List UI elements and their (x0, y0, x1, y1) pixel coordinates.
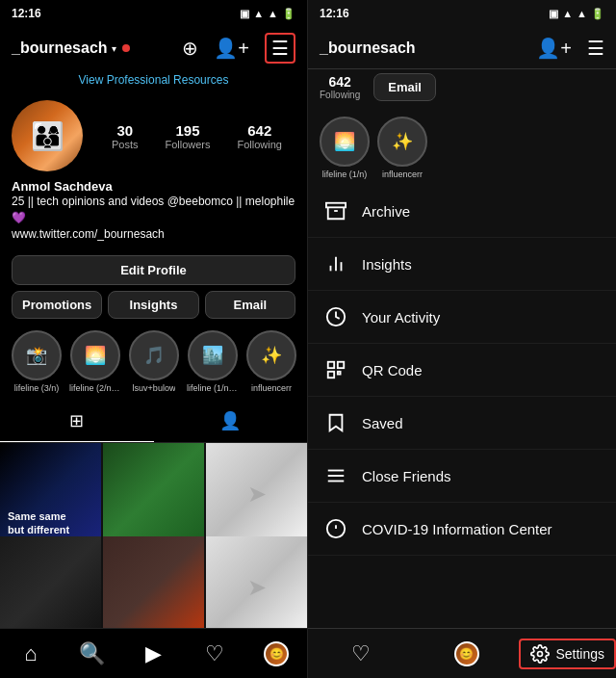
menu-icon[interactable]: ☰ (265, 33, 295, 64)
home-icon: ⌂ (24, 641, 37, 666)
add-post-icon[interactable]: ⊕ (182, 37, 198, 60)
right-stories: 🌅 lifeline (1/n) ✨ influencerr (308, 111, 616, 185)
settings-icon (530, 644, 550, 664)
stats-row: 30 Posts 195 Followers 642 Following (98, 122, 295, 150)
menu-item-saved[interactable]: Saved (308, 397, 616, 450)
story-item-r[interactable]: ✨ influencerr (377, 117, 427, 179)
insights-icon (323, 251, 348, 276)
username-row: _bournesach ▾ (12, 39, 130, 57)
qrcode-label: QR Code (362, 362, 423, 378)
activity-label: Your Activity (362, 309, 440, 326)
posts-count: 30 (116, 122, 133, 139)
avatar[interactable]: 👨‍👩‍👦 (12, 100, 83, 171)
reels-nav-item[interactable]: ▶ (123, 629, 185, 678)
right-panel: 12:16 ▣ ▲ ▲ 🔋 _bournesach 👤+ ☰ 642 Follo… (308, 0, 616, 678)
status-bar-right: 12:16 ▣ ▲ ▲ 🔋 (308, 0, 616, 27)
grid-tab[interactable]: ⊞ (0, 401, 154, 442)
bottom-nav-right: ♡ 😊 Settings (308, 628, 616, 678)
stat-following[interactable]: 642 Following (238, 122, 282, 150)
story-label-r: lifeline (1/n) (322, 170, 368, 179)
story-circle: 🌅 (70, 330, 120, 380)
insights-button[interactable]: Insights (108, 291, 198, 319)
activity-icon (323, 304, 348, 329)
add-person-icon[interactable]: 👤+ (214, 37, 249, 60)
posts-label: Posts (112, 139, 139, 150)
grid-cell[interactable]: Same samebut different (0, 443, 101, 544)
story-circle-r: ✨ (377, 117, 427, 167)
settings-label: Settings (555, 646, 604, 662)
followers-count: 195 (175, 122, 199, 139)
edit-profile-button[interactable]: Edit Profile (12, 255, 295, 285)
svg-rect-9 (338, 372, 341, 375)
svg-point-17 (538, 651, 543, 656)
search-nav-item[interactable]: 🔍 (62, 629, 123, 678)
time-right: 12:16 (320, 7, 349, 20)
menu-icon-r[interactable]: ☰ (587, 37, 604, 60)
secondary-buttons: Promotions Insights Email (12, 291, 295, 319)
profile-name: Anmol Sachdeva (12, 179, 295, 194)
heart-icon: ♡ (205, 641, 224, 666)
stat-following-right: 642 Following (320, 74, 360, 100)
promotions-button[interactable]: Promotions (12, 291, 102, 319)
reels-icon: ▶ (145, 641, 162, 666)
story-item[interactable]: 📸 lifeline (3/n) (12, 330, 62, 393)
battery-icon-r: 🔋 (591, 8, 604, 20)
top-nav-left: _bournesach ▾ ⊕ 👤+ ☰ (0, 27, 307, 69)
grid-cell[interactable] (103, 536, 204, 628)
email-btn-right[interactable]: Email (373, 73, 436, 101)
add-person-icon-r[interactable]: 👤+ (536, 37, 572, 60)
followers-label: Followers (165, 139, 210, 150)
story-item[interactable]: 🎵 lsuv+bulow (129, 330, 179, 393)
story-label-r: influencerr (382, 170, 423, 179)
story-label: lsuv+bulow (133, 383, 176, 393)
profile-nav-item[interactable]: 😊 (245, 629, 307, 678)
svg-rect-0 (326, 203, 346, 208)
grid-cell[interactable]: ➤ (206, 443, 307, 544)
wifi-icon: ▲ (253, 8, 264, 19)
profile-info: Anmol Sachdeva 25 || tech opinions and v… (12, 179, 295, 242)
tagged-tab[interactable]: 👤 (154, 401, 308, 442)
nav-icons-left: ⊕ 👤+ ☰ (182, 33, 295, 64)
story-label: influencerr (251, 383, 292, 393)
left-panel: 12:16 ▣ ▲ ▲ 🔋 _bournesach ▾ ⊕ 👤+ ☰ View … (0, 0, 308, 678)
story-circle: 🎵 (129, 330, 179, 380)
menu-item-insights[interactable]: Insights (308, 238, 616, 291)
profile-section: 👨‍👩‍👦 30 Posts 195 Followers 642 Followi… (0, 91, 307, 248)
svg-marker-10 (330, 415, 343, 431)
heart-nav-right[interactable]: ♡ (308, 629, 414, 678)
insights-label: Insights (362, 256, 412, 273)
menu-item-archive[interactable]: Archive (308, 185, 616, 238)
grid-icon: ⊞ (69, 410, 84, 431)
settings-button[interactable]: Settings (519, 639, 616, 669)
profile-top: 👨‍👩‍👦 30 Posts 195 Followers 642 Followi… (12, 100, 295, 171)
story-item[interactable]: 🏙️ lifeline (1/n) 😊 (187, 330, 239, 393)
stat-followers[interactable]: 195 Followers (165, 122, 210, 150)
menu-item-qrcode[interactable]: QR Code (308, 344, 616, 397)
story-item[interactable]: ✨ influencerr (246, 330, 296, 393)
story-label: lifeline (3/n) (14, 383, 60, 393)
email-button[interactable]: Email (205, 291, 295, 319)
likes-nav-item[interactable]: ♡ (184, 629, 245, 678)
following-count: 642 (247, 122, 271, 139)
story-circle: 🏙️ (188, 330, 238, 380)
menu-item-close-friends[interactable]: Close Friends (308, 450, 616, 503)
home-nav-item[interactable]: ⌂ (0, 629, 62, 678)
story-item[interactable]: 🌅 lifeline (2/n) 😊 (69, 330, 121, 393)
pro-resources-bar[interactable]: View Professional Resources (0, 69, 307, 91)
story-circle-r: 🌅 (320, 117, 370, 167)
close-friends-icon (323, 463, 348, 488)
menu-item-covid[interactable]: COVID-19 Information Center (308, 503, 616, 556)
action-buttons: Edit Profile Promotions Insights Email (0, 248, 307, 323)
profile-nav-right[interactable]: 😊 (414, 629, 520, 678)
profile-avatar-small: 😊 (264, 641, 289, 666)
right-nav-icons: 👤+ ☰ (536, 37, 604, 60)
grid-cell[interactable]: ➤ (206, 536, 307, 628)
story-item-r[interactable]: 🌅 lifeline (1/n) (320, 117, 370, 179)
top-nav-right: _bournesach 👤+ ☰ (308, 27, 616, 69)
photo-grid: Same samebut different ➤ ➤ (0, 443, 307, 628)
menu-item-activity[interactable]: Your Activity (308, 291, 616, 344)
grid-cell[interactable] (103, 443, 204, 544)
archive-icon (323, 198, 348, 223)
grid-cell[interactable] (0, 536, 101, 628)
signal-icon: ▲ (268, 8, 278, 19)
